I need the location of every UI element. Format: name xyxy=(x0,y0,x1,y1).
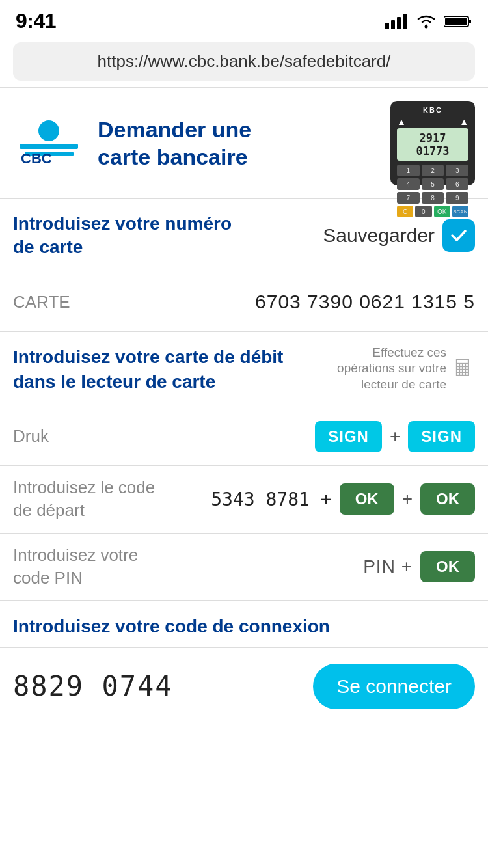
calculator-icon: 🖩 xyxy=(452,353,475,384)
step-row-code: Introduisez le code de départ 5343 8781 … xyxy=(0,466,488,533)
connect-code: 8829 0744 xyxy=(13,670,173,702)
card-reader-bottom: C 0 OK SCAN xyxy=(397,206,468,217)
signal-icon xyxy=(385,14,409,29)
plus-sign-1: + xyxy=(390,426,400,447)
header-title: Demander une carte bancaire xyxy=(98,116,251,171)
header-left: CBC Demander une carte bancaire xyxy=(13,116,251,171)
step-label-druk: Druk xyxy=(0,414,195,458)
cr-key-2: 2 xyxy=(422,165,444,176)
step-row-druk: Druk SIGN + SIGN xyxy=(0,407,488,466)
wifi-icon xyxy=(415,14,437,29)
svg-rect-3 xyxy=(403,14,407,29)
sign-button-1[interactable]: SIGN xyxy=(315,421,382,452)
ok-button-1[interactable]: OK xyxy=(340,483,394,515)
svg-point-8 xyxy=(38,120,59,141)
operations-note: Effectuez ces opérations sur votre lecte… xyxy=(332,345,475,393)
svg-rect-6 xyxy=(468,20,471,23)
save-area: Sauvegarder xyxy=(323,219,475,252)
svg-rect-2 xyxy=(397,17,401,29)
ok-button-pin[interactable]: OK xyxy=(420,551,475,582)
svg-rect-0 xyxy=(385,23,389,29)
step-action-druk: SIGN + SIGN xyxy=(195,411,488,463)
cr-key-scan: SCAN xyxy=(452,206,468,217)
step-action-code: 5343 8781 + OK + OK xyxy=(195,473,488,525)
cr-key-1: 1 xyxy=(397,165,420,176)
ok-button-2[interactable]: OK xyxy=(420,483,475,515)
save-checkbox[interactable] xyxy=(442,219,475,252)
cr-key-8: 8 xyxy=(422,192,444,204)
connect-label: Introduisez votre code de connexion xyxy=(13,616,330,636)
insert-card-label: Introduisez votre carte de débit dans le… xyxy=(13,345,332,394)
code-text: 5343 8781 + xyxy=(211,489,331,510)
operations-note-text: Effectuez ces opérations sur votre lecte… xyxy=(332,345,446,393)
status-icons xyxy=(385,14,472,29)
cbc-logo: CBC xyxy=(13,119,85,167)
plus-sign-2: + xyxy=(402,489,413,509)
sign-button-2[interactable]: SIGN xyxy=(408,421,475,452)
connect-section: Introduisez votre code de connexion xyxy=(0,601,488,648)
svg-rect-7 xyxy=(445,18,467,25)
card-row-label: CARTE xyxy=(0,280,195,324)
svg-rect-1 xyxy=(391,20,395,29)
cr-key-7: 7 xyxy=(397,192,420,204)
cr-key-0: 0 xyxy=(415,206,431,217)
cr-key-3: 3 xyxy=(446,165,468,176)
save-label: Sauvegarder xyxy=(323,224,435,247)
status-time: 9:41 xyxy=(16,9,56,33)
battery-icon xyxy=(444,14,472,29)
cr-key-ok: OK xyxy=(434,206,450,217)
card-number-row: CARTE 6703 7390 0621 1315 5 xyxy=(0,273,488,332)
cr-key-9: 9 xyxy=(446,192,468,204)
browser-bar[interactable]: https://www.cbc.bank.be/safedebitcard/ xyxy=(13,42,475,81)
step-label-code: Introduisez le code de départ xyxy=(0,466,195,532)
cr-key-6: 6 xyxy=(446,178,468,190)
browser-url: https://www.cbc.bank.be/safedebitcard/ xyxy=(98,51,391,71)
connect-button[interactable]: Se connecter xyxy=(313,664,475,709)
status-bar: 9:41 xyxy=(0,0,488,38)
page-header: CBC Demander une carte bancaire KBC ▲ ▲ … xyxy=(0,88,488,199)
insert-card-section: Introduisez votre carte de débit dans le… xyxy=(0,332,488,408)
svg-text:CBC: CBC xyxy=(21,150,52,165)
card-reader-image: KBC ▲ ▲ 2917 01773 1 2 3 4 5 6 7 8 9 C 0… xyxy=(390,101,475,185)
svg-rect-9 xyxy=(20,144,78,149)
step-action-pin: PIN + OK xyxy=(195,541,488,593)
card-row-value: 6703 7390 0621 1315 5 xyxy=(195,279,488,325)
cr-key-5: 5 xyxy=(422,178,444,190)
svg-point-4 xyxy=(425,25,428,28)
step-label-pin: Introduisez votre code PIN xyxy=(0,534,195,600)
card-reader-screen: 2917 01773 xyxy=(397,128,468,161)
connect-row: 8829 0744 Se connecter xyxy=(0,648,488,729)
cr-key-4: 4 xyxy=(397,178,420,190)
intro-card-label: Introduisez votre numéro de carte xyxy=(13,212,232,260)
pin-text: PIN + xyxy=(363,556,413,577)
cr-key-c: C xyxy=(397,206,413,217)
card-reader-keys: 1 2 3 4 5 6 7 8 9 xyxy=(397,165,468,204)
step-row-pin: Introduisez votre code PIN PIN + OK xyxy=(0,534,488,601)
